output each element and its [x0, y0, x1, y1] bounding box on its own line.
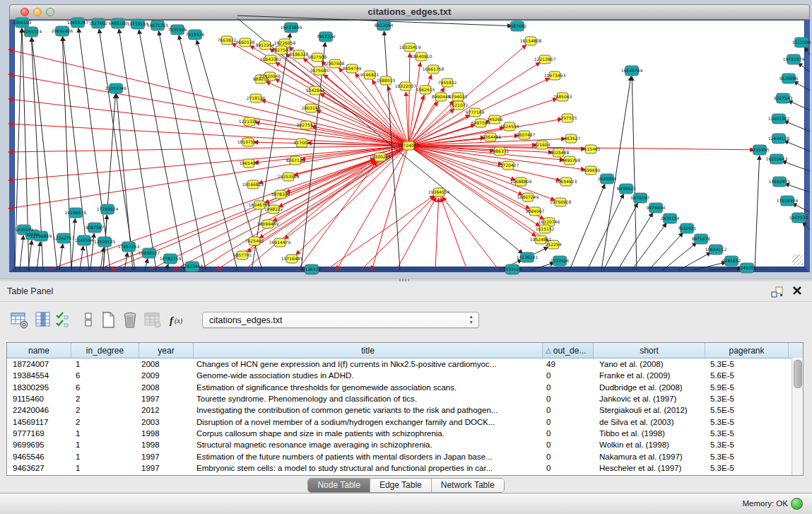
select-columns-icon[interactable] [54, 310, 73, 330]
graph-node-label: 3675685 [310, 68, 329, 73]
graph-node-label: 7986372 [490, 148, 510, 153]
show-columns-icon[interactable] [34, 310, 54, 330]
cell-in_degree: 1 [71, 429, 139, 438]
graph-node-label: 1527602 [89, 21, 108, 25]
graph-node-label: 1167533 [789, 215, 808, 220]
import-table-icon[interactable] [143, 310, 163, 330]
graph-node-label: 12444138 [768, 136, 790, 141]
scrollbar-thumb[interactable] [794, 360, 802, 388]
delete-table-icon[interactable] [120, 310, 140, 330]
cell-title: Estimation of the future numbers of pati… [194, 452, 543, 461]
table-row[interactable]: 1830029562008Estimation of significance … [7, 382, 803, 393]
graph-node-label: 16958107 [139, 250, 160, 255]
graph-node-label: 20364486 [480, 134, 502, 139]
graph-node-label: 6794023 [449, 94, 468, 99]
cell-pagerank: 5.3E-5 [705, 418, 789, 426]
column-header-year[interactable]: year [139, 343, 194, 358]
graph-node-label: 13505135 [94, 239, 116, 244]
table-row[interactable]: 911546021997Tourette syndrome. Phenomeno… [7, 393, 803, 404]
cell-year: 1997 [139, 395, 194, 403]
cell-year: 1998 [139, 429, 194, 438]
status-bar: Memory: OK [0, 493, 812, 514]
cell-title: Estimation of significance thresholds fo… [194, 383, 543, 392]
graph-node-label: 9084067 [526, 209, 545, 214]
cell-name: 14569117 [7, 418, 71, 426]
tab-node-table[interactable]: Node Table [308, 479, 370, 492]
column-header-name[interactable]: name [7, 343, 71, 358]
cell-short: Yano et al. (2008) [594, 360, 705, 368]
column-header-in_degree[interactable]: in_degree [71, 343, 139, 358]
cell-short: Jankovic et al. (1997) [594, 395, 705, 403]
memory-status-icon[interactable] [791, 498, 803, 510]
graph-node-label: 12213383 [239, 119, 261, 124]
graph-node-label: 1588515 [377, 78, 396, 83]
table-settings-icon[interactable] [10, 310, 30, 330]
network-canvas[interactable]: 1872400718300295193845547663822966012889… [9, 20, 810, 272]
network-window-titlebar[interactable]: citations_edges.txt [9, 4, 810, 20]
cell-short: Franke et al. (2009) [594, 371, 705, 380]
graph-node-label: 16099489 [257, 221, 279, 226]
graph-node-label: 11156869 [30, 233, 52, 238]
graph-node-label: 9699695 [582, 168, 601, 173]
graph-node-label: 9136132 [302, 267, 322, 271]
tab-edge-table[interactable]: Edge Table [370, 479, 432, 492]
function-builder-icon[interactable]: f(x) [168, 310, 188, 330]
table-row[interactable]: 977716911998Corpus callosum shape and si… [7, 428, 803, 439]
column-header-pagerank[interactable]: pagerank [705, 343, 789, 358]
graph-node-label: 9857791 [233, 252, 252, 257]
graph-node-label: 15692971 [769, 179, 791, 184]
graph-node-label: 989015 [253, 76, 269, 81]
graph-node-label: 7857224 [317, 34, 336, 39]
cell-pagerank: 5.3E-5 [705, 440, 789, 449]
graph-node-label: 9660128 [236, 40, 255, 45]
graph-node-label: 18807249 [517, 194, 539, 199]
graph-node-label: 8186328 [290, 52, 309, 57]
table-row[interactable]: 1872400712008Changes of HCN gene express… [7, 358, 803, 370]
cell-in_degree: 1 [71, 360, 139, 368]
cell-name: 9699695 [7, 440, 71, 449]
graph-node-label: 19524851 [530, 237, 552, 242]
cell-title: Embryonic stem cells: a model to study s… [194, 464, 543, 472]
table-row[interactable]: 969969511998Structural magnetic resonanc… [7, 439, 803, 450]
cell-short: Stergiakouli et al. (2012) [594, 406, 705, 414]
graph-node-label: 417003 [294, 140, 310, 145]
vertical-scrollbar[interactable] [792, 358, 803, 475]
table-select-dropdown[interactable]: citations_edges.txt ▲▼ [202, 312, 479, 328]
table-row[interactable]: 946554611997Estimation of the future num… [7, 450, 803, 462]
tab-network-table[interactable]: Network Table [432, 479, 504, 492]
graph-node-label: 2718126 [247, 95, 266, 100]
table-row[interactable]: 946362711997Embryonic stem cells: a mode… [7, 462, 803, 474]
window-resize-grip[interactable] [792, 255, 803, 265]
network-graph[interactable]: 1872400718300295193845547663822966012889… [14, 20, 805, 267]
cell-out_de: 0 [543, 429, 594, 438]
new-document-icon[interactable] [99, 310, 119, 330]
graph-node-label: 6679197 [631, 195, 650, 200]
rows-icon[interactable] [79, 310, 99, 330]
graph-node-label: 9245652 [722, 258, 741, 263]
cell-year: 1997 [139, 452, 194, 461]
graph-node-label: 18640910 [411, 54, 433, 59]
cell-out_de: 0 [543, 418, 594, 426]
graph-node-label: 17359924 [97, 206, 119, 211]
cell-in_degree: 1 [71, 464, 139, 472]
svg-text:f: f [170, 315, 175, 326]
graph-node-label: 18325419 [399, 45, 421, 49]
graph-node-label: 9245051 [738, 265, 757, 270]
cell-title: Changes of HCN gene expression and I(f) … [194, 360, 543, 368]
graph-node-label: 10655287 [67, 20, 89, 25]
cell-out_de: 0 [543, 371, 594, 380]
table-row[interactable]: 2242004622012Investigating the contribut… [7, 404, 803, 416]
graph-node-label: 7485063 [553, 94, 572, 99]
graph-node-label: 12923448 [182, 264, 204, 269]
graph-node-label: 9777169 [466, 110, 485, 115]
column-header-short[interactable]: short [594, 343, 705, 358]
column-header-title[interactable]: title [194, 343, 543, 358]
close-panel-icon[interactable] [792, 286, 802, 298]
graph-node-label: 9227543 [774, 95, 793, 100]
cell-out_de: 0 [543, 395, 594, 403]
table-row[interactable]: 1938455462009Genome-wide association stu… [7, 370, 803, 381]
column-header-out_de[interactable]: △out_de... [543, 343, 594, 358]
table-row[interactable]: 1456911722003Disruption of a novel membe… [7, 416, 803, 427]
cell-in_degree: 1 [71, 440, 139, 449]
float-panel-icon[interactable] [770, 286, 784, 301]
